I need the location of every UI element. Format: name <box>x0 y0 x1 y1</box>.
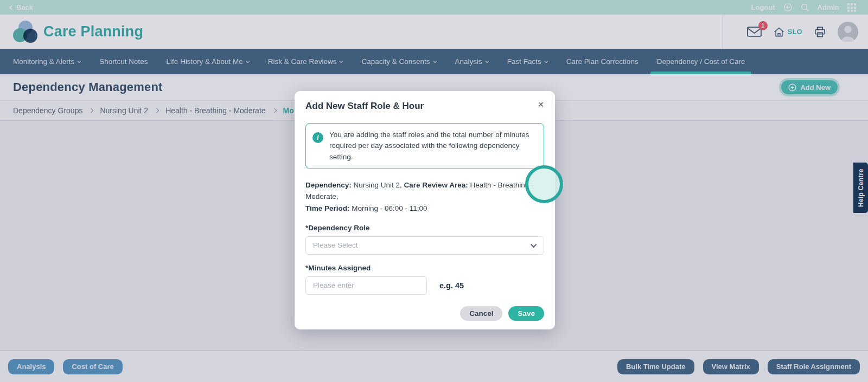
dependency-role-select[interactable]: Please Select <box>305 236 544 255</box>
close-icon[interactable]: × <box>534 98 547 111</box>
minutes-assigned-label: *Minutes Assigned <box>305 264 544 272</box>
minutes-input[interactable] <box>305 276 427 295</box>
save-button[interactable]: Save <box>508 306 544 321</box>
time-period-label: Time Period: <box>305 204 350 212</box>
dependency-label: Dependency: <box>305 181 352 189</box>
modal-title: Add New Staff Role & Hour <box>305 101 544 112</box>
info-icon: i <box>312 132 323 143</box>
info-banner: i You are adding the staff roles and the… <box>305 123 544 169</box>
chevron-down-icon <box>531 241 537 247</box>
dependency-value: Nursing Unit 2, <box>354 181 402 189</box>
minutes-example-hint: e.g. 45 <box>439 281 464 290</box>
cancel-button[interactable]: Cancel <box>460 306 502 321</box>
info-text: You are adding the staff roles and the t… <box>329 130 536 163</box>
care-area-label: Care Review Area: <box>404 181 468 189</box>
time-period-value: Morning - 06:00 - 11:00 <box>352 204 427 212</box>
add-staff-role-modal: Add New Staff Role & Hour × i You are ad… <box>295 91 555 329</box>
select-placeholder: Please Select <box>313 241 358 249</box>
dependency-details: Dependency: Nursing Unit 2, Care Review … <box>305 179 544 215</box>
dependency-role-label: *Dependency Role <box>305 224 544 232</box>
app-root: Back Logout Admin <box>0 0 868 382</box>
